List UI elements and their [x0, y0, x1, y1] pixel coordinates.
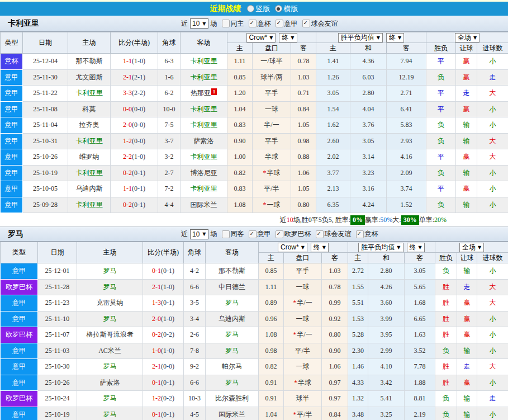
home-team[interactable]: 拉齐奥: [68, 117, 111, 134]
halftime-score: (0-2): [161, 394, 174, 402]
home-odds: 0.91: [259, 391, 284, 407]
bookmaker-select[interactable]: Crow*▼: [246, 33, 276, 43]
league-filter-checkbox[interactable]: [302, 20, 310, 27]
home-team[interactable]: 卡利亚里: [68, 165, 111, 181]
away-team[interactable]: 罗马: [206, 343, 259, 359]
home-team[interactable]: 卡利亚里: [68, 133, 111, 149]
match-date: 25-10-19: [38, 407, 77, 420]
match-date: 25-10-26: [23, 149, 68, 166]
home-team[interactable]: 卡利亚里: [68, 86, 111, 102]
avg-select[interactable]: 胜平负均值▼: [358, 243, 403, 252]
avg-home-odds: 5.51: [348, 295, 368, 312]
away-team[interactable]: 罗马: [206, 375, 259, 391]
away-team[interactable]: 国际米兰: [181, 197, 227, 213]
away-team[interactable]: 卡利亚里: [181, 117, 227, 134]
corners: 7-5: [158, 117, 181, 134]
avg-draw-odds: 3.05: [350, 133, 387, 149]
away-team[interactable]: 中日德兰: [206, 279, 259, 295]
avg-away-odds: 3.52: [405, 343, 435, 359]
fulltime-score: 1-2: [123, 137, 132, 145]
score: 1-2(0-0): [111, 133, 158, 149]
odds-time-select[interactable]: 终▼: [311, 243, 329, 252]
home-odds: 0.89: [259, 295, 284, 312]
avg-home-odds: 2.02: [316, 149, 350, 166]
league-filter-checkbox[interactable]: [249, 230, 257, 238]
home-team[interactable]: 罗马: [77, 279, 143, 295]
away-team[interactable]: 帕尔马: [206, 359, 259, 375]
away-team[interactable]: 比尔森胜利: [206, 391, 259, 407]
home-odds: 1.11: [259, 279, 284, 295]
home-team[interactable]: 那不勒斯: [68, 54, 111, 70]
home-team[interactable]: 尤文图斯: [68, 69, 111, 86]
avg-time-select[interactable]: 终▼: [407, 243, 425, 252]
away-team-name: 热那亚: [191, 89, 211, 97]
home-team[interactable]: 罗马: [77, 391, 143, 407]
fullmatch-select[interactable]: 全场▼: [455, 33, 479, 43]
home-team[interactable]: 罗马: [77, 311, 143, 327]
summary-part: 20%: [434, 216, 447, 224]
away-team[interactable]: 那不勒斯: [206, 263, 259, 280]
col-date: 日期: [38, 242, 77, 263]
avg-draw-odds: 3.16: [350, 181, 387, 197]
avg-group-header: 胜平负均值▼终▼: [348, 242, 435, 253]
away-team[interactable]: 博洛尼亚: [181, 165, 227, 181]
league-filter-checkbox[interactable]: [356, 230, 364, 238]
bookmaker-select[interactable]: Crow*▼: [278, 243, 307, 252]
match-row: 意甲25-11-08科莫0-0(0-0)10-0卡利亚里1.04一球0.841.…: [1, 101, 508, 117]
away-team-name: 国际米兰: [219, 410, 245, 418]
league-badge: 意甲: [1, 133, 23, 149]
result: 负: [426, 69, 456, 86]
vertical-radio[interactable]: [247, 5, 254, 12]
away-team[interactable]: 卡利亚里: [181, 101, 227, 117]
away-team[interactable]: 卡利亚里: [181, 54, 227, 70]
avg-away-odds: 2.71: [387, 86, 426, 102]
home-team[interactable]: 克雷莫纳: [77, 295, 143, 312]
home-team[interactable]: 科莫: [68, 101, 111, 117]
matches-label: 场: [211, 229, 217, 239]
away-team[interactable]: 乌迪内斯: [206, 311, 259, 327]
home-team[interactable]: 格拉斯哥流浪者: [77, 327, 143, 343]
league-filter-checkbox[interactable]: [316, 230, 324, 238]
home-odds: 0.85: [227, 69, 253, 86]
home-team[interactable]: 罗马: [77, 359, 143, 375]
home-team[interactable]: 乌迪内斯: [68, 181, 111, 197]
away-team[interactable]: 罗马: [206, 295, 259, 312]
home-team[interactable]: 萨索洛: [77, 375, 143, 391]
home-team[interactable]: 罗马: [77, 407, 143, 420]
handicap: 一球: [284, 279, 322, 295]
avg-time-select[interactable]: 终▼: [386, 33, 404, 43]
result: 负: [435, 407, 457, 420]
col-avg-away: 客: [405, 253, 435, 263]
away-team[interactable]: 国际米兰: [206, 407, 259, 420]
away-team[interactable]: 热那亚1: [181, 86, 227, 102]
league-badge: 意甲: [1, 181, 23, 197]
home-team[interactable]: AC米兰: [77, 343, 143, 359]
handicap: 平手: [253, 86, 291, 102]
away-odds: 1.03: [322, 263, 348, 280]
league-badge: 意甲: [1, 165, 23, 181]
away-team[interactable]: 萨索洛: [181, 133, 227, 149]
horizontal-radio[interactable]: [275, 5, 282, 12]
same-venue-checkbox[interactable]: [222, 20, 230, 27]
avg-select[interactable]: 胜平负均值▼: [338, 33, 383, 43]
away-team[interactable]: 卡利亚里: [181, 69, 227, 86]
fulltime-score: 2-1: [123, 73, 132, 81]
home-team[interactable]: 罗马: [77, 263, 143, 280]
league-filter-checkbox[interactable]: [249, 20, 257, 27]
col-handicap: 盘口: [284, 253, 322, 263]
fulltime-score: 2-2: [123, 153, 132, 161]
avg-home-odds: 4.33: [348, 375, 368, 391]
home-team[interactable]: 维罗纳: [68, 149, 111, 166]
vertical-radio-label: 竖版: [256, 4, 270, 14]
same-venue-checkbox[interactable]: [222, 230, 230, 238]
match-count-select[interactable]: 10▼: [190, 18, 208, 29]
home-team[interactable]: 卡利亚里: [68, 197, 111, 213]
away-team[interactable]: 罗马: [206, 327, 259, 343]
match-count-select[interactable]: 10▼: [190, 229, 208, 239]
league-filter-checkbox[interactable]: [276, 20, 283, 27]
away-team[interactable]: 卡利亚里: [181, 181, 227, 197]
league-filter-checkbox[interactable]: [276, 230, 283, 238]
fullmatch-select[interactable]: 全场▼: [459, 243, 484, 252]
away-team[interactable]: 卡利亚里: [181, 149, 227, 166]
odds-time-select[interactable]: 终▼: [279, 33, 297, 43]
